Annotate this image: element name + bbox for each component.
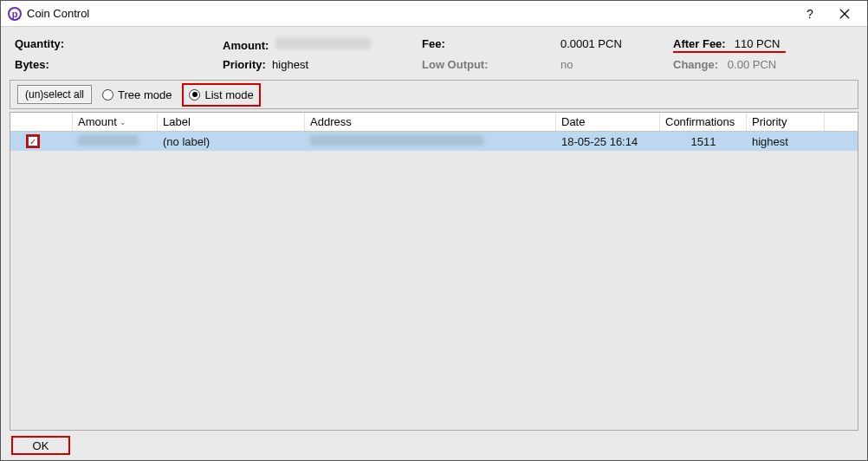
unselect-all-button[interactable]: (un)select all <box>17 85 92 104</box>
fee-label: Fee: <box>422 37 445 50</box>
low-output-label: Low Output: <box>422 58 560 71</box>
col-address[interactable]: Address <box>305 113 556 131</box>
amount-value-hidden <box>275 37 371 49</box>
row-label: (no label) <box>158 135 305 148</box>
change-value: 0.00 PCN <box>728 58 776 71</box>
titlebar: p Coin Control ? <box>1 1 867 27</box>
row-checkbox[interactable]: ✓ <box>28 136 38 146</box>
stats-grid: Quantity: Amount: Fee: 0.0001 PCN After … <box>8 34 860 80</box>
priority-label: Priority: <box>223 58 266 71</box>
table-header: Amount ⌄ Label Address Date Confirmation… <box>10 113 858 132</box>
app-icon: p <box>8 7 22 21</box>
col-priority[interactable]: Priority <box>747 113 825 131</box>
sort-caret-icon: ⌄ <box>120 118 126 127</box>
after-fee-highlight <box>673 51 786 53</box>
row-amount-hidden <box>78 135 139 146</box>
list-mode-label: List mode <box>204 88 253 101</box>
window-title: Coin Control <box>27 7 89 20</box>
after-fee-label: After Fee: <box>673 37 726 50</box>
close-button[interactable] <box>827 1 862 27</box>
help-button[interactable]: ? <box>793 1 827 27</box>
fee-value: 0.0001 PCN <box>560 37 673 53</box>
col-amount[interactable]: Amount ⌄ <box>73 113 158 131</box>
row-date: 18-05-25 16:14 <box>556 135 660 148</box>
change-label: Change: <box>673 58 718 71</box>
priority-value: highest <box>272 58 308 71</box>
coin-table: Amount ⌄ Label Address Date Confirmation… <box>10 112 858 431</box>
table-row[interactable]: ✓ (no label) 18-05-25 16:14 1511 highest <box>10 132 858 151</box>
ok-button[interactable]: OK <box>11 436 70 455</box>
tree-mode-label: Tree mode <box>118 88 172 101</box>
col-label[interactable]: Label <box>158 113 305 131</box>
tree-mode-radio[interactable]: Tree mode <box>102 88 172 101</box>
amount-label: Amount: <box>223 39 269 52</box>
after-fee-value: 110 PCN <box>735 37 781 50</box>
row-confirmations: 1511 <box>660 135 747 148</box>
quantity-label: Quantity: <box>15 37 223 53</box>
low-output-value: no <box>560 58 673 71</box>
toolbar: (un)select all Tree mode List mode <box>10 80 858 109</box>
col-date[interactable]: Date <box>556 113 660 131</box>
row-address-hidden <box>310 135 483 146</box>
list-mode-radio[interactable]: List mode <box>182 83 260 107</box>
bytes-label: Bytes: <box>15 58 223 71</box>
col-checkbox[interactable] <box>10 113 73 131</box>
row-checkbox-highlight: ✓ <box>26 134 40 148</box>
col-confirmations[interactable]: Confirmations <box>660 113 747 131</box>
row-priority: highest <box>747 135 825 148</box>
